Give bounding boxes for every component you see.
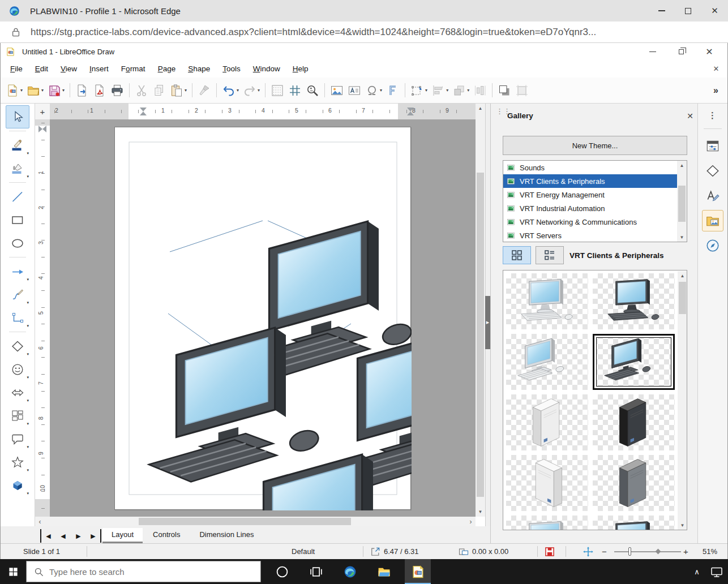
new-document-dropdown[interactable]: ▾ [20, 88, 23, 93]
horizontal-ruler[interactable]: 21123456789 [50, 104, 476, 119]
layer-tab-controls[interactable]: Controls [144, 528, 189, 543]
scroll-up-arrow[interactable]: ▲ [476, 104, 485, 113]
sidebar-tab-navigator[interactable] [702, 235, 723, 256]
stars-and-banners-dropdown[interactable]: ▾ [27, 468, 29, 473]
sidebar-menu-icon[interactable]: ⋮ [708, 110, 717, 121]
scroll-left-arrow[interactable]: ‹ [35, 517, 45, 526]
fontwork-button[interactable] [384, 82, 401, 99]
detailed-view-toggle[interactable] [536, 246, 564, 264]
theme-scroll-thumb[interactable] [678, 186, 686, 222]
edge-maximize-button[interactable] [675, 0, 701, 22]
network-connector-line-1[interactable] [170, 221, 263, 252]
gallery-item-desktop-pc-light-3[interactable] [504, 513, 590, 530]
sidebar-tab-styles[interactable] [702, 185, 723, 207]
zoom-level[interactable]: 51% [703, 544, 717, 559]
scroll-right-arrow[interactable]: › [466, 517, 476, 526]
tool-connectors[interactable]: ▾ [6, 306, 29, 329]
horizontal-scroll-thumb[interactable] [139, 518, 351, 525]
flowchart-dropdown[interactable]: ▾ [27, 422, 29, 426]
toolbar-overflow-button[interactable]: » [708, 85, 724, 96]
url-text[interactable]: https://stg.practice-labs.com/device-adv… [31, 27, 596, 38]
gallery-close-button[interactable]: ✕ [684, 110, 696, 122]
gallery-items-scrollbar[interactable]: ▲ ▼ [678, 271, 687, 530]
align-objects-dropdown[interactable]: ▾ [446, 88, 448, 93]
gallery-theme-vrt-energy-management[interactable]: VRT Energy Management [503, 188, 677, 201]
gallery-item-tower-light-2[interactable] [504, 453, 590, 513]
tool-basic-shapes[interactable]: ▾ [6, 334, 29, 358]
zoom-slider-thumb[interactable] [628, 547, 631, 556]
vertical-ruler[interactable]: 12345678910 [35, 119, 50, 517]
save-dropdown[interactable]: ▾ [62, 88, 65, 93]
gallery-item-desktop-pc-light[interactable] [504, 271, 590, 332]
items-scroll-thumb[interactable] [679, 282, 686, 314]
panel-grip-icon[interactable]: ⋮⋮ [496, 109, 500, 113]
tool-stars-and-banners[interactable]: ▾ [6, 450, 29, 474]
tool-block-arrows[interactable]: ▾ [6, 381, 29, 404]
scroll-up-arrow[interactable]: ▲ [678, 271, 687, 281]
open-dropdown[interactable]: ▾ [41, 88, 44, 93]
menu-page[interactable]: Page [152, 61, 182, 77]
tray-network-icon[interactable] [705, 559, 728, 584]
gallery-theme-list[interactable]: SoundsVRT Clients & PeripheralsVRT Energ… [503, 160, 687, 242]
special-character-dropdown[interactable]: ▾ [380, 88, 382, 93]
tool-ellipse[interactable] [6, 231, 29, 255]
tray-show-hidden-icons[interactable]: ∧ [688, 568, 705, 576]
menu-file[interactable]: File [4, 61, 29, 77]
sidebar-tab-shapes[interactable] [702, 160, 723, 182]
scroll-down-arrow[interactable]: ▼ [677, 233, 687, 242]
theme-list-scrollbar[interactable]: ▲ ▼ [677, 161, 687, 242]
lines-and-arrows-dropdown[interactable]: ▾ [27, 277, 29, 282]
connectors-dropdown[interactable]: ▾ [27, 324, 29, 328]
tool-3d-objects[interactable]: ▾ [6, 474, 29, 497]
print-button[interactable] [109, 82, 126, 99]
tool-curves-and-polygons[interactable]: ▾ [6, 283, 29, 306]
drawing-canvas[interactable] [50, 119, 476, 517]
redo-dropdown[interactable]: ▾ [258, 88, 260, 93]
search-input[interactable] [49, 567, 242, 577]
symbol-shapes-dropdown[interactable]: ▾ [27, 375, 29, 380]
gallery-item-tower-gray[interactable] [590, 453, 677, 513]
scroll-down-arrow[interactable]: ▼ [476, 507, 485, 517]
gallery-theme-sounds[interactable]: Sounds [503, 161, 677, 174]
tool-flowchart[interactable]: ▾ [6, 404, 29, 427]
layer-tab-layout[interactable]: Layout [102, 528, 143, 543]
taskbar-file-explorer-icon[interactable] [371, 559, 397, 584]
sidebar-tab-properties[interactable] [702, 135, 723, 157]
cortana-button[interactable] [269, 559, 295, 584]
new-document-button[interactable]: ▾ [4, 82, 24, 99]
tool-insert-line[interactable] [6, 185, 29, 208]
open-button[interactable]: ▾ [25, 82, 45, 99]
draw-minimize-button[interactable] [639, 43, 667, 61]
menu-insert[interactable]: Insert [83, 61, 115, 77]
paste-button[interactable]: ▾ [168, 82, 189, 99]
undo-dropdown[interactable]: ▾ [237, 88, 239, 93]
curves-and-polygons-dropdown[interactable]: ▾ [27, 300, 29, 305]
export-pdf-button[interactable] [91, 82, 108, 99]
sidebar-collapse-handle[interactable]: ▶ [485, 296, 490, 349]
menu-edit[interactable]: Edit [29, 61, 54, 77]
transformations-dropdown[interactable]: ▾ [425, 88, 427, 93]
undo-button[interactable]: ▾ [220, 82, 241, 99]
taskbar-libreoffice-draw-icon[interactable] [405, 559, 431, 584]
insert-image-button[interactable] [328, 82, 345, 99]
tool-lines-and-arrows[interactable]: ▾ [6, 260, 29, 283]
shadow-button[interactable] [496, 82, 513, 99]
menu-shape[interactable]: Shape [182, 61, 216, 77]
layer-nav-next-button[interactable]: ▶ [71, 529, 86, 543]
gallery-theme-vrt-networking-communications[interactable]: VRT Networking & Communications [503, 215, 677, 229]
layer-nav-previous-button[interactable]: ◀ [55, 529, 71, 543]
task-view-button[interactable] [303, 559, 329, 584]
menu-view[interactable]: View [54, 61, 83, 77]
horizontal-scrollbar[interactable]: ‹ › [35, 517, 476, 526]
arrange-dropdown[interactable]: ▾ [467, 88, 469, 93]
taskbar-search-box[interactable] [26, 561, 261, 582]
document-modified-icon[interactable] [544, 546, 555, 557]
basic-shapes-dropdown[interactable]: ▾ [27, 352, 29, 357]
gallery-item-desktop-pc-dark-iso[interactable] [590, 332, 677, 392]
draw-close-button[interactable]: ✕ [695, 43, 723, 61]
tool-line-color[interactable]: ▾ [6, 134, 29, 157]
menu-format[interactable]: Format [115, 61, 152, 77]
zoom-out-button[interactable]: − [602, 544, 607, 559]
special-character-button[interactable]: ▾ [363, 82, 384, 99]
menu-window[interactable]: Window [247, 61, 286, 77]
